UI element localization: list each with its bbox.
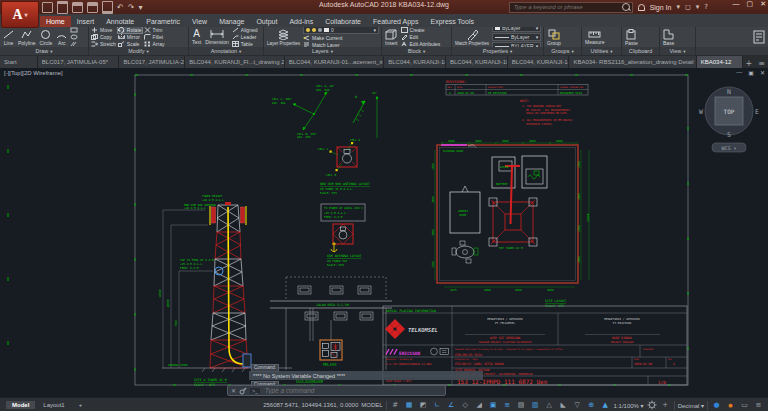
new-icon[interactable] xyxy=(42,2,53,13)
make-current-button[interactable]: Make Current xyxy=(303,35,379,41)
notification-icon[interactable]: ● xyxy=(725,400,736,411)
circle-button[interactable]: Circle xyxy=(39,29,54,46)
plot-icon[interactable] xyxy=(102,1,113,14)
edit-block-button[interactable]: Edit xyxy=(401,34,441,40)
file-tab-start[interactable]: Start xyxy=(0,56,38,68)
redo-icon[interactable]: ↷ xyxy=(128,3,135,12)
object-snap-icon[interactable]: ▣ xyxy=(488,400,499,411)
tab-view[interactable]: View xyxy=(186,16,213,27)
isometric-drafting-icon[interactable]: ◇ xyxy=(460,400,471,411)
insert-button[interactable]: Insert xyxy=(384,29,399,46)
model-tab[interactable]: Model xyxy=(6,401,35,409)
polyline-button[interactable]: Polyline xyxy=(17,29,37,46)
layout1-tab[interactable]: Layout1 xyxy=(37,401,70,409)
file-tab[interactable]: BLC044, KURANJI-183* xyxy=(508,56,570,68)
file-tab[interactable]: BLC044, KURANJI-01...acement_informati xyxy=(285,56,385,68)
panel-label-view[interactable]: View▾ xyxy=(660,47,695,55)
text-button[interactable]: A Text xyxy=(191,29,202,45)
customize-icon[interactable] xyxy=(239,387,247,395)
restore-button[interactable]: ▢ xyxy=(747,0,754,8)
viewport-controls[interactable]: [-][Top][2D Wireframe] xyxy=(4,70,63,76)
leader-button[interactable]: Leader xyxy=(232,34,258,40)
clean-screen-icon[interactable]: ▭ xyxy=(739,400,750,411)
aligned-button[interactable]: Aligned xyxy=(232,27,258,33)
file-tab[interactable]: BLC044, KURANJI-182* xyxy=(446,56,508,68)
viewcube[interactable]: TOP N W E S xyxy=(699,87,759,139)
wcs-dropdown[interactable]: WCS ▾ xyxy=(712,143,746,152)
3d-object-snap-icon[interactable]: △ xyxy=(544,400,555,411)
open-icon[interactable] xyxy=(57,1,68,14)
arc-button[interactable]: Arc xyxy=(55,29,68,46)
panel-label-utilities[interactable]: Utilities▾ xyxy=(582,47,621,55)
selection-cycling-icon[interactable]: ▥ xyxy=(530,400,541,411)
help-icon[interactable]: ? xyxy=(704,3,708,11)
saveas-icon[interactable] xyxy=(87,2,98,13)
workspace-gear-icon[interactable] xyxy=(647,400,657,410)
annotation-monitor-icon[interactable]: + xyxy=(660,400,671,411)
panel-label-annotation[interactable]: Annotation▾ xyxy=(189,47,263,55)
tab-addins[interactable]: Add-ins xyxy=(283,16,319,27)
polar-tracking-icon[interactable]: ∠ xyxy=(446,400,457,411)
tab-manage[interactable]: Manage xyxy=(213,16,250,27)
file-tab[interactable]: BLC017, JATIMULIA-24 xyxy=(119,56,185,68)
space-indicator[interactable]: MODEL xyxy=(361,402,382,408)
panel-label-groups[interactable]: Groups▾ xyxy=(544,47,581,55)
layer-dropdown[interactable]: 0 ▾ xyxy=(303,27,379,34)
line-button[interactable]: Line xyxy=(2,29,15,46)
fillet-button[interactable]: Fillet xyxy=(144,34,165,40)
transparency-icon[interactable]: ▨ xyxy=(516,400,527,411)
tab-menu-button[interactable]: ≡ xyxy=(755,59,768,68)
minimize-button[interactable]: — xyxy=(733,0,740,8)
mirror-button[interactable]: Mirror xyxy=(118,34,142,40)
undo-icon[interactable]: ↶ xyxy=(117,3,124,12)
lineweight-dropdown[interactable]: ByLayer▾ xyxy=(492,33,541,41)
command-input[interactable] xyxy=(263,386,442,395)
move-button[interactable]: Move xyxy=(91,27,116,33)
close-button[interactable]: ✕ xyxy=(760,0,766,8)
autodesk-app-store-icon[interactable]: ◻ xyxy=(685,3,691,11)
rectangle-icon[interactable] xyxy=(70,27,78,33)
dimension-button[interactable]: Dimension xyxy=(204,29,230,45)
save-icon[interactable] xyxy=(72,2,83,13)
dwg-restore-button[interactable]: ▣ xyxy=(748,69,754,76)
signin-caret-icon[interactable]: ▾ xyxy=(676,3,680,11)
infer-constraints-icon[interactable]: ◩ xyxy=(418,400,429,411)
trim-button[interactable]: Trim xyxy=(144,27,165,33)
base-button[interactable]: Base xyxy=(662,29,675,46)
file-tab[interactable]: BLC044, KURANJI_FI...t_drawing 2116 New* xyxy=(185,56,285,68)
qat-dropdown-icon[interactable]: ▾ xyxy=(138,3,142,12)
search-icon[interactable] xyxy=(622,3,630,11)
help-search-field[interactable] xyxy=(509,2,633,13)
panel-label-block[interactable]: Block▾ xyxy=(382,47,451,55)
lineweight-icon[interactable]: ≡ xyxy=(502,400,513,411)
snap-mode-icon[interactable]: ▦ xyxy=(404,400,415,411)
panel-label-properties[interactable]: Properties▾ xyxy=(452,47,543,55)
tab-collaborate[interactable]: Collaborate xyxy=(319,16,367,27)
file-tab[interactable]: KBA034- RBS2116_alteration_drawing Detai… xyxy=(569,56,696,68)
tab-annotate[interactable]: Annotate xyxy=(100,16,140,27)
file-tab[interactable]: BLC044, KURANJI-181* xyxy=(384,56,446,68)
file-tab[interactable]: BLC017, JATIMULIA-05* xyxy=(38,56,120,68)
match-properties-button[interactable]: Match Properties xyxy=(454,29,490,46)
tab-insert[interactable]: Insert xyxy=(71,16,101,27)
ellipse-icon[interactable] xyxy=(70,34,78,40)
new-layout-button[interactable]: + xyxy=(73,401,89,409)
application-menu-button[interactable]: A ▾ xyxy=(1,1,39,28)
panel-label-draw[interactable]: Draw▾ xyxy=(0,47,88,55)
panel-label-layers[interactable]: Layers▾ xyxy=(264,47,381,55)
create-block-button[interactable]: Create xyxy=(401,27,441,33)
measure-button[interactable]: Measure xyxy=(584,29,605,45)
customization-icon[interactable]: ≡ xyxy=(753,400,764,411)
dynamic-ucs-icon[interactable]: ◣ xyxy=(558,400,569,411)
ortho-mode-icon[interactable]: ∟ xyxy=(432,400,443,411)
command-close-icon[interactable]: ✕ xyxy=(231,387,236,394)
dwg-close-button[interactable]: ✕ xyxy=(760,69,765,76)
group-button[interactable]: Group xyxy=(546,29,562,46)
paste-button[interactable]: Paste xyxy=(624,29,639,46)
dwg-minimize-button[interactable]: — xyxy=(736,69,742,76)
file-tab-active[interactable]: KBA034-12 xyxy=(697,56,743,68)
annotation-visibility-icon[interactable]: ▲ xyxy=(600,400,611,411)
rotate-button[interactable]: Rotate xyxy=(118,27,142,33)
stay-connected-icon[interactable]: ▾ xyxy=(696,3,700,11)
tab-parametric[interactable]: Parametric xyxy=(140,16,186,27)
